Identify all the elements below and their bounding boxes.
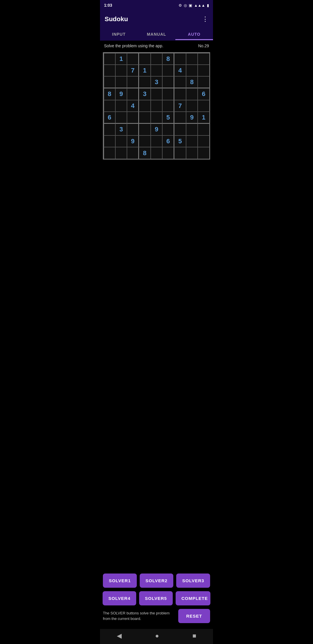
reset-button[interactable]: RESET — [178, 609, 210, 623]
cell-2-5[interactable] — [162, 76, 174, 88]
cell-2-6[interactable] — [174, 76, 186, 88]
cell-5-4[interactable] — [151, 112, 163, 124]
cell-0-0[interactable] — [103, 53, 115, 65]
cell-0-2[interactable] — [127, 53, 139, 65]
tab-auto[interactable]: AUTO — [175, 28, 213, 40]
cell-3-3[interactable]: 3 — [139, 88, 151, 100]
cell-7-6[interactable]: 5 — [174, 135, 186, 147]
cell-5-7[interactable]: 9 — [186, 112, 198, 124]
nav-bar: ◀ ● ■ — [100, 629, 213, 644]
cell-2-7[interactable]: 8 — [186, 76, 198, 88]
cell-6-7[interactable] — [186, 124, 198, 135]
cell-4-0[interactable] — [103, 100, 115, 112]
cell-1-2[interactable]: 7 — [127, 65, 139, 77]
cell-5-8[interactable]: 1 — [198, 112, 210, 124]
cell-1-8[interactable] — [198, 65, 210, 77]
cell-3-6[interactable] — [174, 88, 186, 100]
cell-8-2[interactable] — [127, 147, 139, 159]
solver2-button[interactable]: SOLVER2 — [140, 574, 174, 588]
cell-3-4[interactable] — [151, 88, 163, 100]
cell-3-8[interactable]: 6 — [198, 88, 210, 100]
cell-2-0[interactable] — [103, 76, 115, 88]
cell-8-6[interactable] — [174, 147, 186, 159]
cell-2-4[interactable]: 3 — [151, 76, 163, 88]
cell-6-2[interactable] — [127, 124, 139, 135]
cell-0-5[interactable]: 8 — [162, 53, 174, 65]
cell-1-5[interactable] — [162, 65, 174, 77]
cell-5-3[interactable] — [139, 112, 151, 124]
tab-input[interactable]: INPUT — [100, 28, 138, 40]
cell-5-2[interactable] — [127, 112, 139, 124]
cell-5-1[interactable] — [115, 112, 127, 124]
cell-6-0[interactable] — [103, 124, 115, 135]
cell-2-3[interactable] — [139, 76, 151, 88]
app-bar: Sudoku ⋮ — [100, 10, 213, 28]
cell-8-4[interactable] — [151, 147, 163, 159]
cell-6-8[interactable] — [198, 124, 210, 135]
cell-1-0[interactable] — [103, 65, 115, 77]
tab-manual[interactable]: MANUAL — [138, 28, 175, 40]
cell-8-3[interactable]: 8 — [139, 147, 151, 159]
home-nav-icon[interactable]: ● — [155, 632, 159, 640]
more-icon[interactable]: ⋮ — [202, 15, 208, 23]
solver5-button[interactable]: SOLVER5 — [139, 591, 173, 605]
cell-1-4[interactable] — [151, 65, 163, 77]
cell-8-5[interactable] — [162, 147, 174, 159]
cell-6-4[interactable]: 9 — [151, 124, 163, 135]
cell-6-5[interactable] — [162, 124, 174, 135]
cell-4-6[interactable]: 7 — [174, 100, 186, 112]
cell-5-0[interactable]: 6 — [103, 112, 115, 124]
cell-0-4[interactable] — [151, 53, 163, 65]
cell-0-6[interactable] — [174, 53, 186, 65]
cell-4-5[interactable] — [162, 100, 174, 112]
cell-8-1[interactable] — [115, 147, 127, 159]
cell-4-8[interactable] — [198, 100, 210, 112]
cell-4-1[interactable] — [115, 100, 127, 112]
cell-7-1[interactable] — [115, 135, 127, 147]
cell-7-7[interactable] — [186, 135, 198, 147]
cell-4-7[interactable] — [186, 100, 198, 112]
cell-1-3[interactable]: 1 — [139, 65, 151, 77]
cell-3-0[interactable]: 8 — [103, 88, 115, 100]
cell-1-1[interactable] — [115, 65, 127, 77]
recent-nav-icon[interactable]: ■ — [192, 632, 196, 640]
complete-button[interactable]: COMPLETE — [176, 591, 210, 605]
cell-7-0[interactable] — [103, 135, 115, 147]
cell-1-7[interactable] — [186, 65, 198, 77]
cell-3-2[interactable] — [127, 88, 139, 100]
cell-8-0[interactable] — [103, 147, 115, 159]
cell-7-8[interactable] — [198, 135, 210, 147]
cell-0-1[interactable]: 1 — [115, 53, 127, 65]
cell-4-4[interactable] — [151, 100, 163, 112]
cell-3-5[interactable] — [162, 88, 174, 100]
cell-5-6[interactable] — [174, 112, 186, 124]
solver4-button[interactable]: SOLVER4 — [103, 591, 136, 605]
cell-6-1[interactable]: 3 — [115, 124, 127, 135]
cell-7-4[interactable] — [151, 135, 163, 147]
solver1-button[interactable]: SOLVER1 — [103, 574, 137, 588]
cell-7-5[interactable]: 6 — [162, 135, 174, 147]
cell-4-3[interactable] — [139, 100, 151, 112]
solver-row-2: SOLVER4 SOLVER5 COMPLETE — [103, 591, 210, 605]
cell-2-1[interactable] — [115, 76, 127, 88]
cell-0-7[interactable] — [186, 53, 198, 65]
cell-8-8[interactable] — [198, 147, 210, 159]
cell-2-2[interactable] — [127, 76, 139, 88]
cell-0-8[interactable] — [198, 53, 210, 65]
target-icon: ◎ — [184, 3, 187, 8]
cell-5-5[interactable]: 5 — [162, 112, 174, 124]
back-nav-icon[interactable]: ◀ — [117, 632, 122, 640]
cell-0-3[interactable] — [139, 53, 151, 65]
solver3-button[interactable]: SOLVER3 — [176, 574, 210, 588]
cell-3-1[interactable]: 9 — [115, 88, 127, 100]
sim-icon: ▣ — [189, 3, 192, 8]
cell-7-2[interactable]: 9 — [127, 135, 139, 147]
cell-2-8[interactable] — [198, 76, 210, 88]
cell-8-7[interactable] — [186, 147, 198, 159]
cell-6-3[interactable] — [139, 124, 151, 135]
cell-6-6[interactable] — [174, 124, 186, 135]
cell-4-2[interactable]: 4 — [127, 100, 139, 112]
cell-3-7[interactable] — [186, 88, 198, 100]
cell-7-3[interactable] — [139, 135, 151, 147]
cell-1-6[interactable]: 4 — [174, 65, 186, 77]
